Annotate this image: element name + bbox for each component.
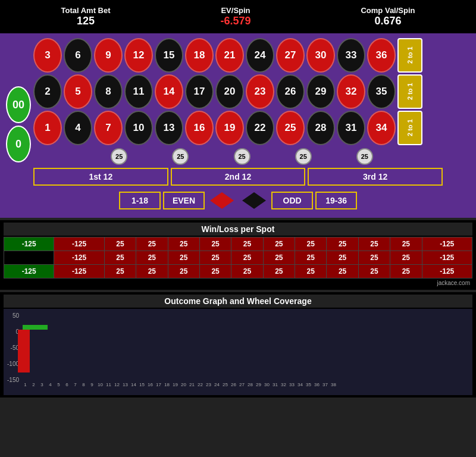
bet-odd[interactable]: ODD — [271, 192, 313, 209]
x-label-33: 33 — [288, 382, 296, 387]
wl-cell: 25 — [327, 237, 358, 251]
num-2[interactable]: 2 — [33, 74, 62, 109]
numbers-row-2: 2 5 8 11 14 17 20 23 26 29 32 35 2 to 1 — [33, 74, 470, 109]
num-6[interactable]: 6 — [64, 38, 92, 73]
y-label-0: 0 — [5, 328, 19, 335]
bet-19-36[interactable]: 19-36 — [315, 192, 357, 209]
wl-cell: 25 — [295, 265, 327, 278]
dozens-row: 1st 12 2nd 12 3rd 12 — [33, 168, 443, 186]
x-label-37: 37 — [321, 382, 329, 387]
x-label-1: 1 — [21, 382, 29, 387]
num-1[interactable]: 1 — [33, 111, 62, 145]
num-21[interactable]: 21 — [215, 38, 244, 73]
x-label-32: 32 — [280, 382, 287, 387]
svg-marker-1 — [242, 192, 266, 209]
num-33[interactable]: 33 — [337, 38, 365, 73]
num-24[interactable]: 24 — [246, 38, 274, 73]
num-30[interactable]: 30 — [306, 38, 335, 73]
num-13[interactable]: 13 — [155, 111, 183, 145]
chip-2: 25 — [172, 148, 189, 165]
third-dozen[interactable]: 3rd 12 — [308, 168, 443, 186]
graph-section: Outcome Graph and Wheel Coverage 50 0 -5… — [0, 292, 476, 397]
double-zero[interactable]: 00 — [6, 86, 31, 123]
bet-even[interactable]: EVEN — [163, 192, 205, 209]
num-5[interactable]: 5 — [64, 74, 92, 109]
table-row: -125 -125 25 25 25 25 25 25 25 25 25 25 … — [4, 237, 472, 251]
wl-cell: 25 — [295, 251, 327, 265]
num-12[interactable]: 12 — [124, 38, 153, 73]
num-20[interactable]: 20 — [215, 74, 244, 109]
x-label-30: 30 — [263, 382, 271, 387]
graph-title: Outcome Graph and Wheel Coverage — [4, 295, 472, 308]
num-32[interactable]: 32 — [337, 74, 365, 109]
x-label-28: 28 — [246, 382, 254, 387]
num-8[interactable]: 8 — [94, 74, 123, 109]
black-diamond[interactable] — [239, 190, 269, 211]
num-10[interactable]: 10 — [124, 111, 153, 145]
num-7[interactable]: 7 — [94, 111, 123, 145]
wl-cell: 25 — [136, 251, 168, 265]
x-label-35: 35 — [305, 382, 312, 387]
wl-cell: 25 — [136, 265, 168, 278]
ev-spin-value: -6.579 — [220, 15, 250, 27]
x-label-21: 21 — [188, 382, 196, 387]
two-to-one-3[interactable]: 2 to 1 — [397, 111, 422, 145]
num-19[interactable]: 19 — [215, 111, 244, 145]
num-25[interactable]: 25 — [276, 111, 305, 145]
wl-cell: 25 — [104, 237, 136, 251]
x-label-11: 11 — [105, 382, 112, 387]
single-zero[interactable]: 0 — [6, 126, 31, 162]
num-23[interactable]: 23 — [246, 74, 274, 109]
x-label-38: 38 — [330, 382, 337, 387]
wl-cell: -125 — [422, 265, 472, 278]
x-label-18: 18 — [163, 382, 171, 387]
num-3[interactable]: 3 — [33, 38, 62, 73]
x-label-26: 26 — [230, 382, 237, 387]
num-26[interactable]: 26 — [276, 74, 305, 109]
x-label-24: 24 — [213, 382, 221, 387]
num-9[interactable]: 9 — [94, 38, 123, 73]
num-36[interactable]: 36 — [367, 38, 396, 73]
x-label-4: 4 — [46, 382, 54, 387]
num-27[interactable]: 27 — [276, 38, 305, 73]
num-34[interactable]: 34 — [367, 111, 396, 145]
second-dozen[interactable]: 2nd 12 — [171, 168, 306, 186]
table-row: -125 -125 25 25 25 25 25 25 25 25 25 25 … — [4, 265, 472, 278]
graph-container: 50 0 -50 -100 -150 123456789101112131415… — [4, 309, 472, 395]
winloss-section: Win/Loss per Spot -125 -125 25 25 25 25 … — [0, 220, 476, 290]
x-label-8: 8 — [80, 382, 87, 387]
num-35[interactable]: 35 — [367, 74, 396, 109]
wl-cell: -125 — [54, 265, 104, 278]
bet-1-18[interactable]: 1-18 — [119, 192, 161, 209]
x-label-6: 6 — [63, 382, 71, 387]
wl-cell: 25 — [327, 265, 358, 278]
num-31[interactable]: 31 — [337, 111, 365, 145]
num-18[interactable]: 18 — [185, 38, 214, 73]
wl-cell: -125 — [4, 237, 54, 251]
red-diamond[interactable] — [207, 190, 237, 211]
wl-cell: 25 — [168, 237, 199, 251]
num-14[interactable]: 14 — [155, 74, 183, 109]
num-11[interactable]: 11 — [124, 74, 153, 109]
wl-cell: -125 — [422, 251, 472, 265]
num-17[interactable]: 17 — [185, 74, 214, 109]
comp-val-spin-value: 0.676 — [361, 15, 415, 27]
svg-marker-0 — [210, 192, 234, 209]
wl-cell: 25 — [104, 265, 136, 278]
wl-cell: 25 — [231, 265, 263, 278]
two-to-one-1[interactable]: 2 to 1 — [397, 38, 422, 73]
wl-cell: 25 — [390, 251, 422, 265]
two-to-one-2[interactable]: 2 to 1 — [397, 74, 422, 109]
x-label-7: 7 — [71, 382, 79, 387]
num-28[interactable]: 28 — [306, 111, 335, 145]
num-22[interactable]: 22 — [246, 111, 274, 145]
first-dozen[interactable]: 1st 12 — [33, 168, 168, 186]
wl-cell: -125 — [4, 265, 54, 278]
num-4[interactable]: 4 — [64, 111, 92, 145]
y-label-50: 50 — [5, 312, 19, 319]
num-15[interactable]: 15 — [155, 38, 183, 73]
num-29[interactable]: 29 — [306, 74, 335, 109]
wl-cell: 25 — [199, 265, 231, 278]
wl-cell: 25 — [168, 251, 199, 265]
num-16[interactable]: 16 — [185, 111, 214, 145]
